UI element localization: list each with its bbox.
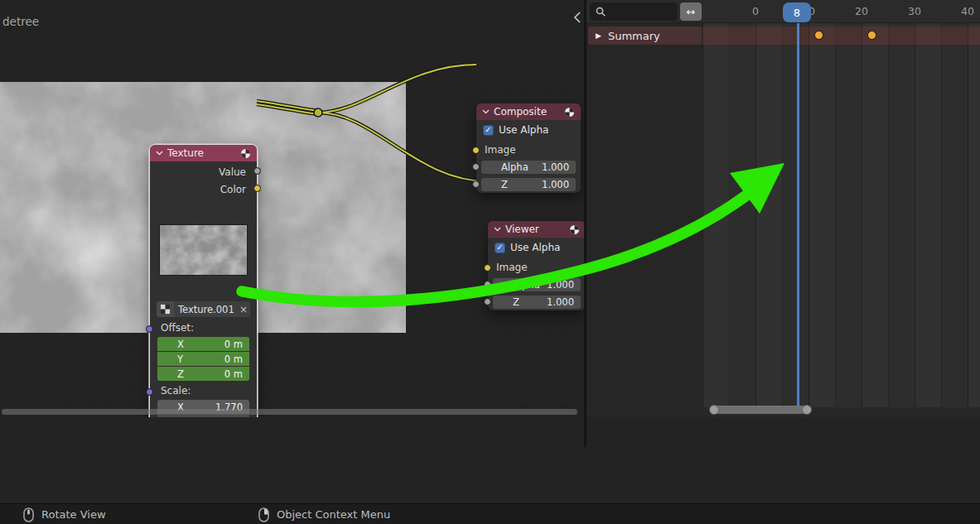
image-input-socket[interactable] <box>472 147 480 154</box>
texture-preview <box>159 224 248 276</box>
current-frame-line[interactable] <box>797 23 799 406</box>
alpha-field[interactable]: Alpha 1.000 <box>481 161 576 174</box>
z-input-socket[interactable] <box>472 180 480 188</box>
dope-sheet-hscrollbar[interactable] <box>711 406 810 414</box>
image-input-label: Image <box>496 262 528 273</box>
composite-node-header[interactable]: Composite <box>476 103 581 120</box>
alpha-field[interactable]: Alpha 1.000 <box>493 278 581 291</box>
expand-triangle-icon[interactable]: ▶ <box>596 31 601 40</box>
timeline-ruler[interactable]: ↔ 0 10 20 30 40 8 <box>587 0 980 23</box>
composite-node[interactable]: Composite ✓ Use Alpha Image Alpha 1.000 … <box>476 103 581 193</box>
use-alpha-checkbox[interactable]: ✓ Use Alpha <box>483 124 548 136</box>
texture-node-header[interactable]: Texture <box>150 145 257 161</box>
status-rotate-view: Rotate View <box>23 504 106 524</box>
filter-toggle-button[interactable]: ↔ <box>680 2 702 21</box>
dope-sheet-area: ▶ Summary ↔ 0 10 20 30 40 8 <box>587 0 980 417</box>
node-title: Texture <box>167 147 236 159</box>
channel-search-input[interactable] <box>590 2 678 21</box>
check-icon: ✓ <box>485 126 491 134</box>
node-title: Composite <box>494 106 560 118</box>
collapse-chevron-icon[interactable] <box>494 227 501 232</box>
summary-label: Summary <box>608 30 660 42</box>
z-input-socket[interactable] <box>484 298 491 305</box>
summary-row-highlight <box>702 26 980 45</box>
current-frame-badge[interactable]: 8 <box>783 2 811 22</box>
node-tree-name: detree <box>2 15 39 28</box>
use-alpha-checkbox[interactable]: ✓ Use Alpha <box>495 242 560 253</box>
datablock-name-field[interactable]: Texture.001 <box>174 301 237 317</box>
preview-sphere-icon[interactable] <box>240 148 251 159</box>
scrollbar-knob-left[interactable] <box>709 405 719 415</box>
node-title: Viewer <box>505 224 565 235</box>
image-input-label: Image <box>485 144 516 156</box>
check-icon: ✓ <box>496 243 503 252</box>
ruler-tick: 30 <box>898 5 931 17</box>
keyframe-dot[interactable] <box>867 31 876 40</box>
preview-sphere-icon[interactable] <box>564 107 575 118</box>
viewer-node[interactable]: Viewer ✓ Use Alpha Image Alpha 1.000 Z 1… <box>488 221 584 310</box>
z-field[interactable]: Z 1.000 <box>493 296 581 309</box>
z-field[interactable]: Z 1.000 <box>481 178 576 191</box>
mouse-right-icon <box>258 507 269 522</box>
color-output-socket[interactable] <box>253 185 261 192</box>
checker-texture-icon <box>161 305 170 314</box>
scrollbar-knob-right[interactable] <box>802 405 812 415</box>
offset-label: Offset: <box>161 322 194 334</box>
texture-datablock-row: Texture.001 × <box>157 301 250 317</box>
mouse-middle-icon <box>23 507 34 522</box>
alpha-input-socket[interactable] <box>484 281 491 288</box>
offset-fields: X 0 m Y 0 m Z 0 m <box>157 337 249 382</box>
status-object-context-menu: Object Context Menu <box>258 504 390 524</box>
output-color-label: Color <box>220 184 246 195</box>
offset-y-field[interactable]: Y 0 m <box>157 352 249 366</box>
ruler-tick: 40 <box>951 5 980 17</box>
compositor-canvas[interactable]: detree <box>0 0 584 417</box>
alpha-input-socket[interactable] <box>472 163 480 171</box>
texture-node[interactable]: Texture Value Color <box>150 145 257 417</box>
keyframe-dot[interactable] <box>814 31 823 40</box>
offset-x-field[interactable]: X 0 m <box>157 337 249 351</box>
status-bar: Rotate View Object Context Menu <box>0 503 980 524</box>
browse-texture-button[interactable] <box>157 301 174 317</box>
channel-region <box>587 23 702 407</box>
keyframe-region[interactable] <box>702 23 980 407</box>
collapse-chevron-icon[interactable] <box>482 109 490 114</box>
scale-y-field[interactable]: Y 1.000 <box>157 415 249 417</box>
image-input-socket[interactable] <box>484 264 491 272</box>
sidebar-toggle-icon[interactable] <box>573 12 582 23</box>
output-value-label: Value <box>219 166 246 178</box>
unlink-datablock-button[interactable]: × <box>237 301 250 317</box>
ruler-tick: 20 <box>845 5 878 17</box>
double-arrow-icon: ↔ <box>687 6 696 18</box>
node-editor-hscrollbar[interactable] <box>2 409 577 415</box>
offset-input-socket[interactable] <box>146 325 153 333</box>
scale-input-socket[interactable] <box>146 388 153 396</box>
preview-sphere-icon[interactable] <box>569 224 580 235</box>
offset-z-field[interactable]: Z 0 m <box>157 367 249 381</box>
channel-summary[interactable]: ▶ Summary <box>588 26 702 45</box>
close-icon: × <box>239 304 248 315</box>
collapse-chevron-icon[interactable] <box>156 151 163 156</box>
search-icon <box>595 6 606 17</box>
value-output-socket[interactable] <box>253 167 261 175</box>
ruler-tick: 0 <box>739 5 772 17</box>
viewer-node-header[interactable]: Viewer <box>488 221 584 238</box>
blender-window: ✓ Use Nodes Backdrop <box>0 0 980 524</box>
scale-label: Scale: <box>161 385 191 397</box>
